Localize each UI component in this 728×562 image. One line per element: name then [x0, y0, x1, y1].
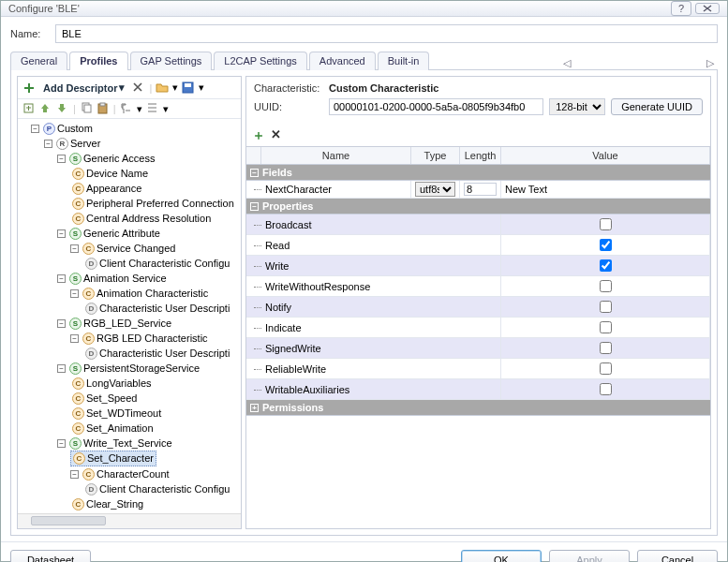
property-row-write[interactable]: Write [246, 256, 710, 276]
tab-gap-settings[interactable]: GAP Settings [130, 52, 213, 70]
tree-node-cccd-2[interactable]: DClient Characteristic Configu [83, 482, 231, 496]
tab-prev-icon[interactable]: ◁ [559, 57, 574, 69]
tree-node-appearance[interactable]: CAppearance [70, 182, 143, 196]
expand-toggle[interactable]: − [57, 439, 66, 448]
tree-node-device-name[interactable]: CDevice Name [70, 167, 150, 181]
tree-node-animation-service[interactable]: SAnimation Service [67, 272, 169, 286]
expand-all-icon[interactable] [120, 102, 133, 115]
tree-node-service-changed[interactable]: CService Changed [81, 242, 177, 256]
property-checkbox[interactable] [600, 259, 612, 272]
expand-dropdown-icon[interactable]: ▾ [137, 103, 142, 115]
property-row-indicate[interactable]: Indicate [246, 318, 710, 338]
tree-node-longvars[interactable]: CLongVariables [70, 377, 154, 391]
expand-toggle[interactable]: − [31, 125, 39, 133]
tree-node-set-speed[interactable]: CSet_Speed [70, 392, 139, 406]
expand-toggle[interactable]: − [57, 155, 66, 163]
expand-toggle[interactable]: − [70, 289, 79, 298]
tree-node-custom[interactable]: PCustom [41, 122, 95, 136]
field-length-input[interactable] [464, 183, 497, 196]
property-row-signedwrite[interactable]: SignedWrite [246, 338, 710, 359]
open-folder-icon[interactable] [156, 81, 169, 95]
tree-node-animation-char[interactable]: CAnimation Characteristic [81, 287, 210, 301]
tree-node-cccd-1[interactable]: DClient Characteristic Configu [83, 257, 231, 271]
tree-node-clear-string[interactable]: CClear_String [70, 497, 145, 511]
property-row-notify[interactable]: Notify [246, 297, 710, 318]
property-checkbox[interactable] [600, 342, 612, 354]
name-input[interactable] [55, 24, 718, 43]
uuid-input[interactable] [329, 98, 543, 115]
tree-node-set-wd[interactable]: CSet_WDTimeout [70, 407, 163, 421]
save-icon[interactable] [182, 81, 195, 95]
tree-node-central-addr[interactable]: CCentral Address Resolution [70, 212, 213, 226]
tree-node-server[interactable]: RServer [54, 137, 102, 151]
tree-node-cud-2[interactable]: DCharacteristic User Descripti [83, 347, 231, 361]
tree-node-set-character[interactable]: CSet_Character [70, 451, 156, 466]
tab-profiles[interactable]: Profiles [69, 52, 127, 70]
tab-next-icon[interactable]: ▷ [703, 57, 718, 69]
generate-uuid-button[interactable]: Generate UUID [611, 98, 703, 115]
add-row-icon[interactable]: ＋ [252, 127, 265, 144]
property-checkbox[interactable] [600, 280, 612, 292]
collapse-dropdown-icon[interactable]: ▾ [163, 103, 169, 115]
apply-button[interactable]: Apply [549, 550, 630, 562]
expand-toggle[interactable]: − [70, 470, 79, 479]
datasheet-button[interactable]: Datasheet [10, 550, 91, 562]
collapse-all-icon[interactable] [146, 102, 159, 115]
section-permissions[interactable]: +Permissions [246, 400, 710, 416]
section-fields[interactable]: −Fields [246, 165, 710, 181]
property-checkbox[interactable] [600, 218, 612, 230]
expand-toggle[interactable]: − [57, 319, 66, 328]
property-row-writewithoutresponse[interactable]: WriteWithoutResponse [246, 276, 710, 297]
paste-icon[interactable] [97, 102, 110, 115]
expand-toggle[interactable]: − [57, 274, 66, 283]
field-row[interactable]: NextCharacter utf8s New Text [246, 181, 710, 199]
tab-general[interactable]: General [10, 52, 67, 70]
tree-tool-1-icon[interactable] [22, 102, 36, 115]
property-checkbox[interactable] [600, 362, 612, 375]
tree-node-write-text-service[interactable]: SWrite_Text_Service [67, 436, 174, 451]
tree-node-generic-access[interactable]: SGeneric Access [67, 152, 156, 166]
titlebar: Configure 'BLE' ? [1, 1, 727, 17]
delete-row-icon[interactable]: ✕ [271, 127, 281, 144]
property-checkbox[interactable] [600, 239, 612, 251]
property-checkbox[interactable] [600, 321, 612, 333]
arrow-down-icon[interactable] [56, 102, 69, 115]
expand-toggle[interactable]: − [57, 364, 66, 373]
property-row-broadcast[interactable]: Broadcast [246, 214, 710, 235]
uuid-bits-select[interactable]: 128-bit [549, 98, 605, 115]
profile-tree[interactable]: −PCustom −RServer −SGeneric Access CDevi… [18, 119, 241, 513]
field-type-select[interactable]: utf8s [415, 182, 455, 197]
tab-l2cap-settings[interactable]: L2CAP Settings [214, 52, 306, 70]
expand-toggle[interactable]: − [70, 334, 79, 343]
add-descriptor-dropdown[interactable]: Add Descriptor ▾ [39, 80, 128, 96]
tree-node-persist-service[interactable]: SPersistentStorageService [67, 362, 201, 376]
property-row-writableauxiliaries[interactable]: WritableAuxiliaries [246, 379, 710, 400]
expand-toggle[interactable]: − [57, 229, 66, 238]
tree-node-rgb-service[interactable]: SRGB_LED_Service [67, 317, 173, 331]
tree-node-set-anim[interactable]: CSet_Animation [70, 422, 156, 436]
tree-hscrollbar[interactable] [18, 513, 241, 528]
tree-node-rgb-char[interactable]: CRGB LED Characteristic [81, 332, 210, 346]
help-button[interactable]: ? [671, 1, 691, 16]
close-button[interactable] [695, 3, 720, 14]
ok-button[interactable]: OK [461, 550, 542, 562]
expand-toggle[interactable]: − [44, 140, 52, 148]
arrow-up-icon[interactable] [39, 102, 52, 115]
section-properties[interactable]: −Properties [246, 199, 710, 214]
property-checkbox[interactable] [600, 301, 612, 313]
tab-advanced[interactable]: Advanced [309, 52, 376, 70]
property-row-read[interactable]: Read [246, 235, 710, 256]
tree-node-character-count[interactable]: CCharacterCount [81, 467, 171, 481]
tree-node-cud-1[interactable]: DCharacteristic User Descripti [83, 302, 231, 316]
tree-node-periph-pref[interactable]: CPeripheral Preferred Connection [70, 197, 236, 211]
delete-icon[interactable] [132, 81, 145, 95]
save-dropdown-icon[interactable]: ▾ [199, 81, 204, 94]
property-checkbox[interactable] [600, 383, 612, 395]
tab-built-in[interactable]: Built-in [378, 52, 430, 70]
property-row-reliablewrite[interactable]: ReliableWrite [246, 359, 710, 379]
folder-dropdown-icon[interactable]: ▾ [172, 81, 178, 94]
cancel-button[interactable]: Cancel [637, 550, 718, 562]
copy-icon[interactable] [80, 102, 93, 115]
expand-toggle[interactable]: − [70, 244, 79, 253]
tree-node-generic-attribute[interactable]: SGeneric Attribute [67, 227, 162, 241]
